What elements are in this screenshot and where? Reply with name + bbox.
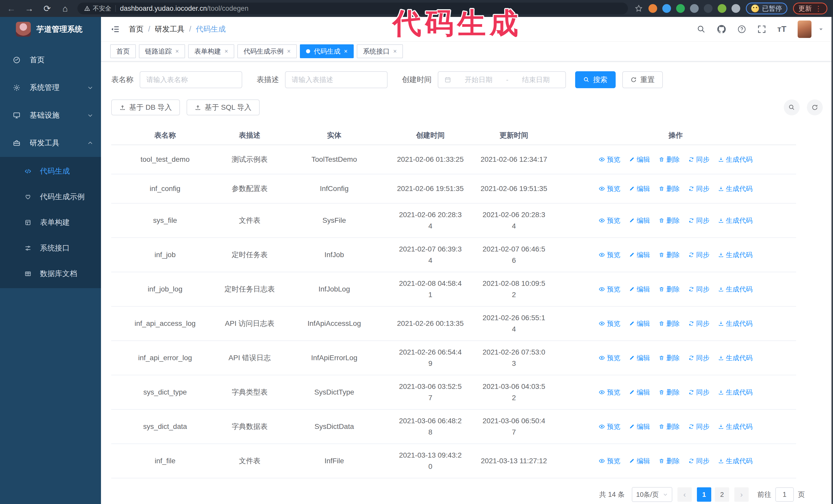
tab-表单构建[interactable]: 表单构建× (188, 44, 234, 58)
action-同步-link[interactable]: 同步 (688, 455, 710, 466)
sidebar-item-首页[interactable]: 首页 (0, 46, 101, 74)
action-删除-link[interactable]: 删除 (659, 284, 680, 295)
sidebar-item-研发工具[interactable]: 研发工具 (0, 129, 101, 157)
tab-首页[interactable]: 首页 (110, 44, 136, 58)
star-icon[interactable] (635, 4, 643, 13)
chrome-update-button[interactable]: 更新 ⋮ (793, 3, 827, 14)
browser-menu-icon[interactable]: ⋮ (815, 4, 822, 13)
search-icon[interactable] (697, 25, 706, 33)
action-编辑-link[interactable]: 编辑 (629, 215, 650, 226)
action-预览-link[interactable]: 预览 (599, 284, 620, 295)
action-编辑-link[interactable]: 编辑 (629, 183, 650, 194)
page-size-select[interactable]: 10条/页 (632, 487, 672, 502)
profile-paused-badge[interactable]: 已暂停 (746, 3, 787, 14)
action-删除-link[interactable]: 删除 (659, 318, 680, 329)
action-同步-link[interactable]: 同步 (688, 421, 710, 432)
tab-close-icon[interactable]: × (287, 48, 291, 55)
action-编辑-link[interactable]: 编辑 (629, 154, 650, 165)
action-编辑-link[interactable]: 编辑 (629, 421, 650, 432)
action-预览-link[interactable]: 预览 (599, 154, 620, 165)
tab-链路追踪[interactable]: 链路追踪× (139, 44, 185, 58)
home-icon[interactable]: ⌂ (60, 4, 71, 14)
help-icon[interactable] (737, 25, 746, 33)
address-bar[interactable]: 不安全 dashboard.yudao.iocoder.cn/tool/code… (77, 3, 628, 14)
action-生成代码-link[interactable]: 生成代码 (718, 387, 753, 398)
sidebar-item-基础设施[interactable]: 基础设施 (0, 101, 101, 129)
table-desc-input[interactable]: 请输入表描述 (285, 71, 387, 88)
tab-close-icon[interactable]: × (393, 48, 397, 55)
action-删除-link[interactable]: 删除 (659, 421, 680, 432)
extension-puzzle-icon[interactable] (732, 4, 740, 13)
sidebar-subitem-代码生成示例[interactable]: 代码生成示例 (0, 184, 101, 210)
sidebar-subitem-数据库文档[interactable]: 数据库文档 (0, 261, 101, 287)
sidebar-subitem-代码生成[interactable]: 代码生成 (0, 159, 101, 184)
action-生成代码-link[interactable]: 生成代码 (718, 183, 753, 194)
action-预览-link[interactable]: 预览 (599, 215, 620, 226)
reload-icon[interactable]: ⟳ (42, 3, 53, 14)
start-date-placeholder[interactable]: 开始日期 (455, 75, 502, 85)
action-删除-link[interactable]: 删除 (659, 249, 680, 261)
prev-page-button[interactable]: ‹ (677, 487, 692, 502)
tab-close-icon[interactable]: × (175, 48, 179, 55)
next-page-button[interactable]: › (734, 487, 749, 502)
refresh-table-button[interactable] (807, 99, 823, 115)
action-编辑-link[interactable]: 编辑 (629, 387, 650, 398)
action-预览-link[interactable]: 预览 (599, 318, 620, 329)
action-预览-link[interactable]: 预览 (599, 352, 620, 363)
tab-代码生成示例[interactable]: 代码生成示例× (237, 44, 297, 58)
toggle-search-button[interactable] (784, 99, 800, 115)
back-icon[interactable]: ← (6, 4, 17, 14)
action-生成代码-link[interactable]: 生成代码 (718, 318, 753, 329)
end-date-placeholder[interactable]: 结束日期 (513, 75, 560, 85)
action-删除-link[interactable]: 删除 (659, 455, 680, 466)
action-预览-link[interactable]: 预览 (599, 387, 620, 398)
action-预览-link[interactable]: 预览 (599, 455, 620, 466)
extension-gray-grid-icon[interactable] (690, 4, 699, 13)
date-range-picker[interactable]: 开始日期 - 结束日期 (438, 71, 566, 88)
sidebar-fold-icon[interactable] (110, 24, 120, 34)
action-删除-link[interactable]: 删除 (659, 387, 680, 398)
action-预览-link[interactable]: 预览 (599, 249, 620, 261)
tab-close-icon[interactable]: × (344, 48, 348, 55)
action-生成代码-link[interactable]: 生成代码 (718, 154, 753, 165)
action-预览-link[interactable]: 预览 (599, 421, 620, 432)
extension-green-check-icon[interactable] (676, 4, 685, 13)
action-编辑-link[interactable]: 编辑 (629, 318, 650, 329)
action-同步-link[interactable]: 同步 (688, 215, 710, 226)
extension-blue-gem-icon[interactable] (662, 4, 671, 13)
breadcrumb-devtools[interactable]: 研发工具 (155, 24, 185, 34)
user-avatar[interactable] (798, 21, 811, 38)
search-button[interactable]: 搜索 (575, 71, 616, 88)
action-同步-link[interactable]: 同步 (688, 249, 710, 261)
action-编辑-link[interactable]: 编辑 (629, 284, 650, 295)
action-编辑-link[interactable]: 编辑 (629, 455, 650, 466)
user-menu-caret-icon[interactable] (818, 26, 824, 32)
app-logo[interactable]: 芋道管理系统 (0, 17, 101, 42)
forward-icon[interactable]: → (24, 4, 35, 14)
page-button-2[interactable]: 2 (715, 487, 729, 502)
action-删除-link[interactable]: 删除 (659, 352, 680, 363)
action-生成代码-link[interactable]: 生成代码 (718, 352, 753, 363)
action-同步-link[interactable]: 同步 (688, 352, 710, 363)
github-icon[interactable] (717, 25, 726, 34)
action-同步-link[interactable]: 同步 (688, 154, 710, 165)
sidebar-subitem-系统接口[interactable]: 系统接口 (0, 235, 101, 261)
action-同步-link[interactable]: 同步 (688, 183, 710, 194)
action-删除-link[interactable]: 删除 (659, 183, 680, 194)
action-删除-link[interactable]: 删除 (659, 215, 680, 226)
action-同步-link[interactable]: 同步 (688, 284, 710, 295)
sidebar-subitem-表单构建[interactable]: 表单构建 (0, 210, 101, 235)
tab-close-icon[interactable]: × (224, 48, 228, 55)
sidebar-item-系统管理[interactable]: 系统管理 (0, 74, 101, 101)
goto-page-input[interactable]: 1 (775, 487, 794, 502)
fullscreen-icon[interactable] (757, 25, 766, 33)
action-生成代码-link[interactable]: 生成代码 (718, 215, 753, 226)
extension-on-badge-icon[interactable] (704, 4, 713, 13)
action-同步-link[interactable]: 同步 (688, 318, 710, 329)
breadcrumb-home[interactable]: 首页 (129, 24, 144, 34)
action-编辑-link[interactable]: 编辑 (629, 352, 650, 363)
action-生成代码-link[interactable]: 生成代码 (718, 421, 753, 432)
reset-button[interactable]: 重置 (622, 71, 663, 88)
tab-系统接口[interactable]: 系统接口× (357, 44, 403, 58)
extension-orange-icon[interactable] (648, 4, 657, 13)
